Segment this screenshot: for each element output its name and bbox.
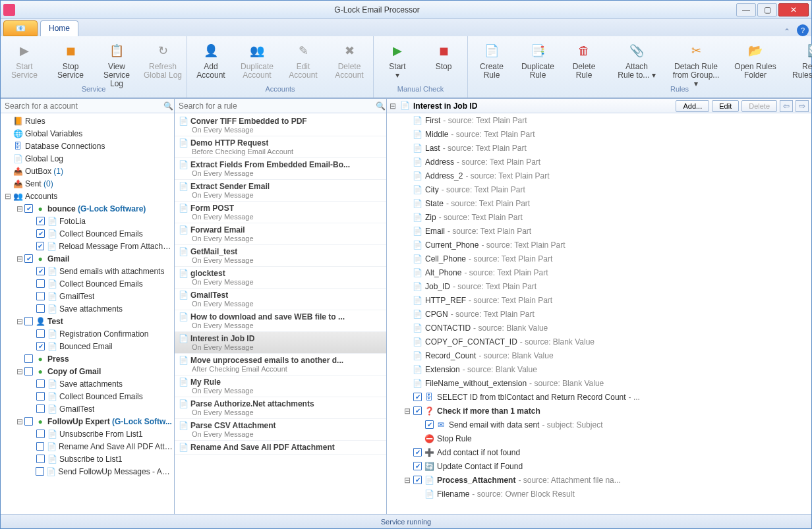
checkbox-icon[interactable] (36, 430, 45, 438)
edit-field-button[interactable]: Edit (712, 100, 739, 112)
tree-item[interactable]: ✔📄Collect Bounced Emails (1, 227, 174, 240)
view-service-log-button[interactable]: 📋View Service Log (97, 38, 136, 88)
tree-item[interactable]: ✔📄Send emails with attachments (1, 265, 174, 277)
tree-item[interactable]: 📄Save attachments (1, 377, 174, 390)
tree-twisty-icon[interactable]: ⊟ (15, 317, 24, 326)
add-field-button[interactable]: Add... (676, 100, 709, 112)
tree-item[interactable]: 📤Sent (0) (1, 177, 174, 190)
app-menu-button[interactable]: 📧 (3, 20, 38, 36)
accounts-tree[interactable]: 📙Rules🌐Global Variables🗄Database Connect… (1, 113, 174, 514)
tree-twisty-icon[interactable]: ⊟ (403, 406, 412, 416)
tree-twisty-icon[interactable]: ⊟ (15, 417, 24, 426)
field-row[interactable]: ✔➕Add contact if not found (387, 445, 811, 459)
rule-item[interactable]: 📄Forward EmailOn Every Message (175, 223, 386, 245)
rule-item[interactable]: 📄Extract Sender EmailOn Every Message (175, 180, 386, 202)
maximize-button[interactable]: ▢ (757, 3, 777, 16)
checkbox-icon[interactable]: ✔ (36, 217, 45, 225)
detach-rule-button[interactable]: ✂Detach Rule from Group... ▾ (670, 38, 722, 88)
tree-item[interactable]: ✔📄FotoLia (1, 215, 174, 227)
checkbox-icon[interactable] (24, 354, 33, 363)
checkbox-icon[interactable]: ✔ (413, 462, 422, 470)
field-row[interactable]: 📄First - source: Text Plain Part (387, 113, 811, 127)
nav-back-icon[interactable]: ⇦ (780, 100, 793, 112)
rule-item[interactable]: 📄Interest in Job IDOn Every Message (175, 332, 386, 354)
field-row[interactable]: 📄State - source: Text Plain Part (387, 196, 811, 210)
search-account-input[interactable] (1, 101, 162, 111)
ribbon-collapse-icon[interactable]: ⌃ (784, 27, 790, 36)
tree-item[interactable]: 📄Rename And Save All PDF Attach (1, 440, 174, 453)
checkbox-icon[interactable]: ✔ (413, 393, 422, 401)
rule-item[interactable]: 📄GetMail_testOn Every Message (175, 245, 386, 267)
tree-item[interactable]: 📙Rules (1, 115, 174, 127)
close-button[interactable]: ✕ (778, 3, 809, 16)
manual-start-button[interactable]: ▶Start ▾ (378, 38, 417, 80)
rule-item[interactable]: 📄Parse Authorize.Net attachmentsOn Every… (175, 397, 386, 419)
checkbox-icon[interactable]: ✔ (36, 267, 45, 275)
field-row[interactable]: 📄HTTP_REF - source: Text Plain Part (387, 293, 811, 307)
tree-twisty-icon[interactable]: ⊟ (15, 204, 24, 213)
tree-item[interactable]: 📄GmailTest (1, 403, 174, 415)
rule-item[interactable]: 📄GmailTestOn Every Message (175, 289, 386, 310)
rule-item[interactable]: 📄Extract Fields From Embedded Email-Bo..… (175, 158, 386, 180)
rule-item[interactable]: 📄Form POSTOn Every Message (175, 202, 386, 223)
create-rule-button[interactable]: 📄Create Rule (472, 38, 511, 80)
field-row[interactable]: 📄Address - source: Text Plain Part (387, 155, 811, 169)
checkbox-icon[interactable]: ✔ (413, 476, 422, 484)
tree-item[interactable]: ⊟●Copy of Gmail (1, 365, 174, 377)
field-row[interactable]: 📄Job_ID - source: Text Plain Part (387, 279, 811, 293)
rule-item[interactable]: 📄Rename And Save All PDF Attachment (175, 441, 386, 455)
field-row[interactable]: 📄Middle - source: Text Plain Part (387, 127, 811, 141)
manual-stop-button[interactable]: ◼Stop (424, 38, 463, 71)
field-row[interactable]: 📄Email - source: Text Plain Part (387, 224, 811, 238)
rule-item[interactable]: 📄Conver TIFF Embedded to PDFOn Every Mes… (175, 115, 386, 136)
tree-item[interactable]: 📄Registration Confirmation (1, 327, 174, 340)
field-row[interactable]: 📄Address_2 - source: Text Plain Part (387, 169, 811, 182)
field-row[interactable]: 📄CONTACTID - source: Blank Value (387, 321, 811, 335)
checkbox-icon[interactable] (24, 367, 33, 376)
checkbox-icon[interactable]: ✔ (413, 448, 422, 457)
tree-item[interactable]: 📄Collect Bounced Emails (1, 277, 174, 290)
field-row[interactable]: 📄Zip - source: Text Plain Part (387, 210, 811, 224)
checkbox-icon[interactable]: ✔ (425, 420, 434, 429)
checkbox-icon[interactable] (36, 392, 45, 401)
duplicate-account-button[interactable]: 👥Duplicate Account (237, 38, 277, 80)
search-icon[interactable]: 🔍 (162, 100, 174, 112)
tree-item[interactable]: 📄Global Log (1, 152, 174, 165)
tab-home[interactable]: Home (40, 20, 78, 36)
refresh-global-log-button[interactable]: ↻Refresh Global Log (143, 38, 183, 80)
tree-twisty-icon[interactable]: ⊟ (15, 254, 24, 264)
help-icon[interactable]: ? (797, 24, 809, 36)
field-row[interactable]: ✔✉Send email with data sent - subject: S… (387, 418, 811, 432)
tree-item[interactable]: ⊟👥Accounts (1, 190, 174, 202)
tree-item[interactable]: 🌐Global Variables (1, 127, 174, 140)
checkbox-icon[interactable] (24, 317, 33, 325)
start-service-button[interactable]: ▶Start Service (5, 38, 44, 80)
rules-list[interactable]: 📄Conver TIFF Embedded to PDFOn Every Mes… (175, 113, 386, 514)
checkbox-icon[interactable] (36, 455, 45, 463)
checkbox-icon[interactable]: ✔ (24, 204, 33, 213)
search-icon[interactable]: 🔍 (374, 100, 386, 112)
add-account-button[interactable]: 👤Add Account (191, 38, 231, 80)
rule-item[interactable]: 📄Parse CSV AttachmentOn Every Message (175, 419, 386, 441)
field-row[interactable]: ✔🔄Update Contact if Found (387, 459, 811, 473)
tree-item[interactable]: ✔📄Bounced Email (1, 340, 174, 352)
field-row[interactable]: ⊟✔📄Process_Attachment - source: Attachme… (387, 473, 811, 487)
tree-item[interactable]: 📄Send FollowUp Messages - AFTEI (1, 465, 174, 478)
search-rule-input[interactable] (175, 101, 374, 111)
tree-item[interactable]: ⊟👤Test (1, 315, 174, 327)
checkbox-icon[interactable] (36, 404, 45, 413)
rule-item[interactable]: 📄glocktestOn Every Message (175, 267, 386, 289)
stop-service-button[interactable]: ◼Stop Service (51, 38, 90, 80)
field-row[interactable]: 📄CPGN - source: Text Plain Part (387, 307, 811, 321)
delete-account-button[interactable]: ✖Delete Account (330, 38, 369, 80)
tree-item[interactable]: 📄Collect Bounced Emails (1, 390, 174, 403)
minimize-button[interactable]: — (736, 3, 756, 16)
tree-twisty-icon[interactable]: ⊟ (3, 192, 13, 201)
tree-item[interactable]: 📄GmailTest (1, 290, 174, 302)
nav-fwd-icon[interactable]: ⇨ (796, 100, 809, 112)
field-row[interactable]: 📄FileName_without_extension - source: Bl… (387, 376, 811, 390)
checkbox-icon[interactable] (36, 304, 45, 313)
field-row[interactable]: ⊟✔❓Check if more than 1 match (387, 404, 811, 418)
field-row[interactable]: 📄COPY_OF_CONTACT_ID - source: Blank Valu… (387, 335, 811, 348)
checkbox-icon[interactable]: ✔ (24, 254, 33, 263)
